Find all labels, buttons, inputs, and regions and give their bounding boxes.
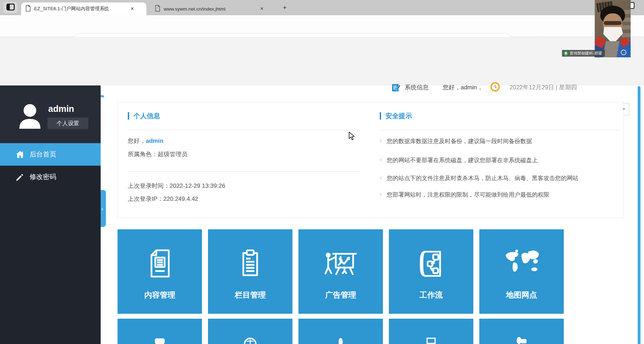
new-tab-button[interactable] (280, 3, 289, 12)
presenter-name-badge: 宣传部创建科-郑梁 (562, 50, 605, 57)
security-tip: 您部署网站时，注意权限的限制，尽可能做到给用户最低的权限 (380, 191, 549, 199)
greeting-prefix: 您好， (443, 84, 461, 91)
tile-partial[interactable] (479, 319, 564, 344)
greeting-prefix: 您好， (128, 138, 146, 144)
page-favicon-icon (155, 5, 160, 13)
divider (380, 130, 619, 130)
partial-icon (338, 338, 343, 344)
tile-partial[interactable] (118, 319, 202, 344)
system-info-icon (391, 83, 400, 92)
tile-label: 广告管理 (298, 290, 383, 300)
tile-ad-management[interactable]: 广告管理 (298, 229, 383, 314)
page-scrollbar[interactable] (638, 86, 640, 344)
tile-label: 内容管理 (118, 290, 202, 300)
tile-label: 地图网点 (479, 290, 564, 300)
security-tips-title: 安全提示 (380, 112, 412, 120)
tile-partial[interactable] (389, 319, 473, 344)
sidebar-profile-section: admin 个人设置 (0, 85, 101, 143)
webcam-person (604, 21, 621, 25)
sidebar-item-dashboard[interactable]: 后台首页 (0, 143, 101, 166)
sidebar-item-label: 后台首页 (30, 150, 56, 159)
dashboard-info-card: 个人信息 您好，admin 所属角色：超级管理员 上次登录时间：2022-12-… (117, 102, 624, 218)
tab-strip: EZ_SITE6.1-门户网站内容管理系统 www.sywm.net.cn/in… (0, 0, 644, 15)
page-favicon-icon (25, 5, 31, 13)
presenter-name: 宣传部创建科-郑梁 (570, 51, 602, 55)
sidebar-username: admin (48, 104, 74, 114)
world-map-icon (501, 243, 542, 286)
tab-close-icon[interactable] (129, 6, 135, 12)
clipboard-icon (229, 243, 271, 286)
system-info-link[interactable]: 系统信息 (405, 83, 429, 92)
webcam-person-badge (621, 50, 626, 55)
partial-icon (155, 338, 165, 344)
header-date: 2022年12月29日 | 星期四 (510, 83, 577, 92)
tile-category-management[interactable]: 栏目管理 (208, 229, 292, 314)
greeting-suffix: ， (477, 84, 483, 91)
workflow-icon (410, 243, 452, 286)
user-avatar-icon (16, 101, 44, 130)
last-login-ip: 上次登录IP：220.249.4.42 (128, 195, 198, 203)
browser-tab-inactive[interactable]: www.sywm.net.cn/index.jhtml (151, 2, 273, 15)
admin-sidebar: admin 个人设置 后台首页 修改密码 (0, 85, 101, 344)
role-line: 所属角色：超级管理员 (128, 150, 188, 158)
home-icon (15, 150, 25, 159)
sidebar-item-change-password[interactable]: 修改密码 (0, 166, 101, 188)
browser-tab-active[interactable]: EZ_SITE6.1-门户网站内容管理系统 (21, 2, 146, 15)
divider (128, 130, 361, 130)
security-tip: 您的站点下的文件注意及时查杀木马，防止木马、病毒、黑客攻击您的网站 (380, 174, 579, 182)
webcam-video-overlay[interactable] (595, 0, 631, 57)
tile-partial[interactable] (208, 319, 292, 344)
document-icon (139, 243, 181, 286)
tile-label: 工作流 (389, 290, 473, 300)
pencil-icon (15, 172, 25, 181)
tile-partial[interactable] (298, 319, 383, 344)
tab-title: EZ_SITE6.1-门户网站内容管理系统 (34, 6, 126, 12)
browser-toolbar: https://www.sywm.net.cn/site/cmsadmin/in… (0, 15, 644, 37)
tile-label: 栏目管理 (208, 290, 292, 300)
security-tip: 您的网站不要部署在系统磁盘，建议您部署在非系统磁盘上 (380, 157, 538, 164)
sidebar-item-label: 修改密码 (30, 172, 56, 181)
sidebar-collapse-handle[interactable] (101, 190, 106, 227)
partial-icon (427, 338, 436, 344)
last-login-time: 上次登录时间：2022-12-29 13:39:26 (128, 182, 225, 190)
tile-map-locations[interactable]: 地图网点 (479, 229, 564, 314)
header-greeting: 您好，admin， (443, 83, 483, 92)
presentation-board-icon (320, 243, 361, 286)
security-tip: 您的数据库数据注意及时备份，建议隔一段时间备份数据 (380, 138, 532, 145)
divider (128, 171, 361, 172)
tab-actions-button[interactable] (4, 2, 18, 13)
clock-icon (490, 82, 499, 91)
tab-title: www.sywm.net.cn/index.jhtml (164, 6, 256, 12)
tile-workflow[interactable]: 工作流 (389, 229, 473, 314)
personal-info-title: 个人信息 (128, 112, 160, 120)
presenter-status-icon (564, 51, 568, 56)
site-header: ez SITE 系统信息 您好，admin， 2022年12月29日 | 星期四… (0, 37, 644, 85)
greeting-username[interactable]: admin (461, 84, 477, 91)
tile-content-management[interactable]: 内容管理 (118, 229, 202, 314)
tab-close-icon[interactable] (259, 6, 265, 12)
personal-greeting: 您好，admin (128, 137, 163, 145)
partial-globe-icon (244, 337, 257, 344)
personal-settings-button[interactable]: 个人设置 (48, 117, 88, 129)
tab-actions-icon (6, 4, 15, 12)
mouse-cursor (348, 132, 357, 142)
partial-icon (516, 337, 527, 344)
username-link[interactable]: admin (146, 138, 163, 144)
